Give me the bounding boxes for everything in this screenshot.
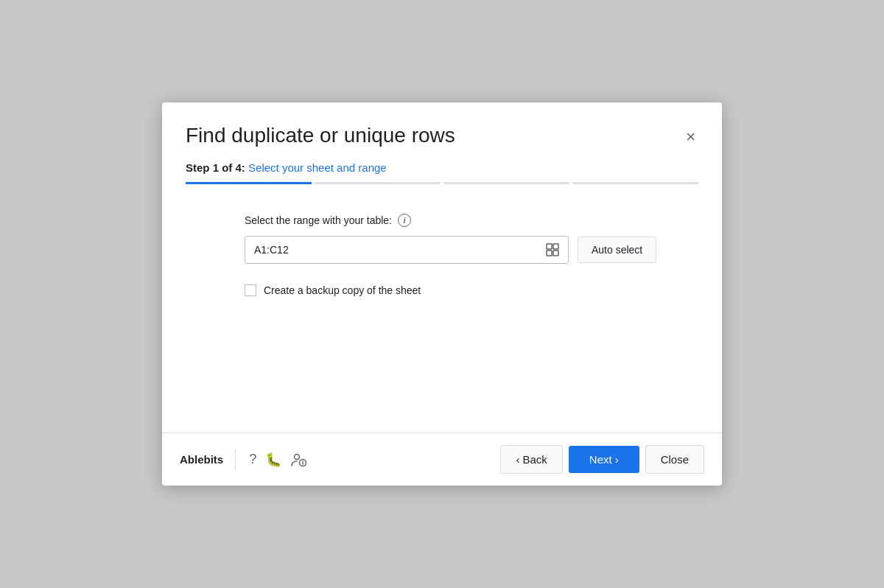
- step-label: Step 1 of 4: Select your sheet and range: [186, 161, 698, 175]
- range-label-row: Select the range with your table: i: [186, 214, 698, 227]
- next-chevron-icon: ›: [615, 453, 619, 466]
- close-footer-button[interactable]: Close: [645, 445, 704, 474]
- step-section: Step 1 of 4: Select your sheet and range: [162, 148, 722, 184]
- dialog-footer: Ablebits ? 🐛 ‹ Back Next › Clos: [162, 433, 722, 486]
- dialog-body: Select the range with your table: i Auto…: [162, 184, 722, 433]
- step-number: Step 1 of 4:: [186, 161, 245, 174]
- bug-icon: 🐛: [265, 452, 281, 468]
- next-label: Next: [589, 453, 612, 466]
- dialog: Find duplicate or unique rows × Step 1 o…: [162, 102, 722, 486]
- next-button[interactable]: Next ›: [569, 446, 639, 473]
- auto-select-button[interactable]: Auto select: [578, 237, 656, 263]
- brand-label: Ablebits: [180, 453, 223, 466]
- dialog-title: Find duplicate or unique rows: [186, 123, 455, 148]
- backup-checkbox-label[interactable]: Create a backup copy of the sheet: [264, 284, 421, 296]
- back-button[interactable]: ‹ Back: [500, 445, 562, 474]
- svg-rect-3: [553, 251, 558, 256]
- footer-divider: [235, 449, 236, 470]
- help-icon: ?: [249, 452, 256, 467]
- range-input[interactable]: [245, 236, 569, 264]
- close-icon-button[interactable]: ×: [683, 126, 698, 148]
- info-lock-icon-button[interactable]: [286, 449, 311, 471]
- bug-icon-button[interactable]: 🐛: [261, 449, 286, 471]
- backup-checkbox[interactable]: [245, 284, 256, 296]
- grid-select-icon-button[interactable]: [544, 241, 561, 259]
- step-link-text: Select your sheet and range: [248, 161, 387, 174]
- backup-checkbox-row: Create a backup copy of the sheet: [186, 284, 698, 296]
- person-info-icon: [290, 452, 306, 468]
- svg-rect-0: [547, 244, 552, 249]
- svg-rect-1: [553, 244, 558, 249]
- info-icon: i: [398, 214, 411, 227]
- help-icon-button[interactable]: ?: [245, 449, 261, 470]
- dialog-header: Find duplicate or unique rows ×: [162, 102, 722, 148]
- svg-point-4: [295, 454, 300, 459]
- back-label: Back: [522, 453, 547, 466]
- svg-point-7: [303, 460, 304, 461]
- range-label: Select the range with your table:: [245, 214, 392, 226]
- svg-rect-2: [547, 251, 552, 256]
- range-input-row: Auto select: [186, 236, 698, 264]
- back-chevron-icon: ‹: [516, 453, 519, 466]
- range-input-wrapper: [245, 236, 569, 264]
